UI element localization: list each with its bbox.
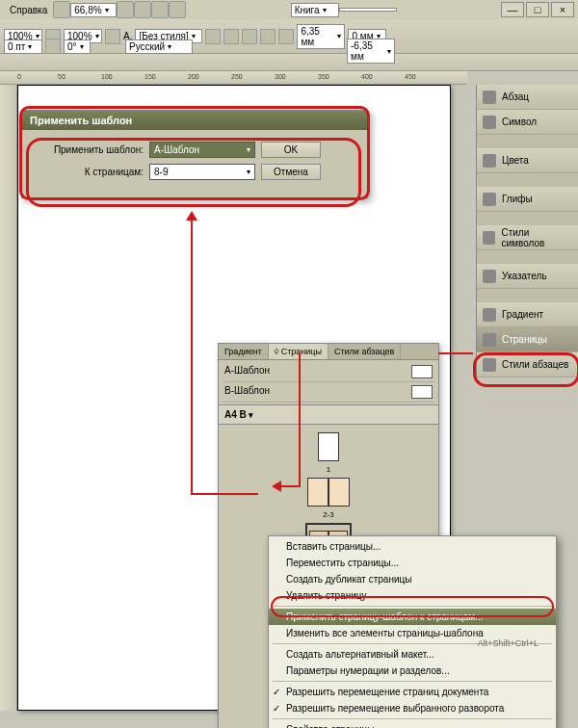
bridge-icon[interactable]	[53, 1, 70, 18]
cm-page-props[interactable]: Свойства страницы▸	[269, 721, 556, 728]
pages-icon	[483, 333, 496, 347]
lang-select[interactable]: Русский	[125, 39, 193, 54]
align-icon[interactable]	[260, 29, 276, 44]
cm-allow-move-spread[interactable]: Разрешить перемещение выбранного разворо…	[269, 700, 556, 716]
para-styles-icon	[483, 358, 496, 372]
cancel-button[interactable]: Отмена	[261, 164, 321, 180]
close-button[interactable]: ×	[551, 2, 574, 17]
to-pages-label: К страницам:	[32, 167, 144, 177]
align-icon[interactable]	[223, 29, 239, 44]
panel-gradient[interactable]: Градиент	[477, 302, 578, 327]
control-bar: 100% 100% A. [Без стиля] 6,35 мм 0 мм 0 …	[0, 19, 578, 54]
minimize-button[interactable]: —	[501, 2, 524, 17]
masters-section: А-Шаблон В-Шаблон	[219, 360, 438, 404]
paragraph-icon	[483, 91, 496, 104]
tab-gradient[interactable]: Градиент	[219, 344, 269, 359]
character-icon	[483, 116, 496, 129]
tool-icon[interactable]	[151, 1, 169, 18]
cm-insert[interactable]: Вставить страницы...	[269, 538, 556, 555]
right-dock: Абзац Символ Цвета Глифы Стили символов …	[476, 85, 578, 377]
icon[interactable]	[45, 39, 61, 54]
tab-pages[interactable]: ◊ Страницы	[269, 344, 328, 359]
vertical-ruler	[0, 85, 17, 711]
workspace: 0 50 100 150 200 250 300 350 400 450 Абз…	[0, 71, 578, 716]
ok-button[interactable]: OK	[261, 142, 321, 158]
panel-pointer[interactable]: Указатель	[477, 264, 578, 289]
doc-name[interactable]: Книга	[291, 3, 339, 17]
panel-pages[interactable]: Страницы	[477, 327, 578, 352]
cm-apply-master[interactable]: Применить страницу-шаблон к страницам...	[269, 609, 556, 625]
page-size[interactable]: A4 В ▾	[219, 404, 438, 425]
maximize-button[interactable]: □	[526, 2, 549, 17]
template-select[interactable]: А-Шаблон	[149, 142, 255, 158]
measure-b[interactable]: -6,35 мм	[347, 39, 395, 64]
dialog-title: Применить шаблон	[22, 111, 367, 130]
search-field[interactable]	[339, 8, 397, 12]
gradient-icon	[483, 308, 496, 322]
panel-glyphs[interactable]: Глифы	[477, 187, 578, 212]
swatches-icon	[483, 154, 496, 168]
panel-colors[interactable]: Цвета	[477, 148, 578, 173]
tool-icon[interactable]	[169, 1, 186, 18]
master-b[interactable]: В-Шаблон	[223, 382, 434, 403]
panel-paragraph[interactable]: Абзац	[477, 85, 578, 110]
measure-a[interactable]: 6,35 мм	[297, 24, 345, 49]
pages-context-menu: Вставить страницы... Переместить страниц…	[268, 535, 557, 728]
pt-field[interactable]: 0 пт	[4, 39, 42, 54]
apply-label: Применить шаблон:	[32, 144, 144, 155]
indent-icon[interactable]	[278, 29, 294, 44]
master-a[interactable]: А-Шаблон	[223, 362, 434, 382]
align-icon[interactable]	[242, 29, 257, 44]
menu-help[interactable]: Справка	[4, 3, 53, 17]
cm-num-sections[interactable]: Параметры нумерации и разделов...	[269, 663, 556, 679]
cm-delete[interactable]: Удалить страницу	[269, 587, 556, 604]
tool-icon[interactable]	[134, 1, 151, 18]
char-styles-icon	[483, 231, 495, 245]
rot-field[interactable]: 0°	[64, 39, 91, 54]
titlebar: Справка 66,8% Книга — □ ×	[0, 0, 578, 19]
cm-allow-move-doc[interactable]: Разрешить перемещение страниц документа	[269, 684, 556, 700]
page-thumb[interactable]	[318, 432, 339, 461]
cm-move[interactable]: Переместить страницы...	[269, 555, 556, 571]
cm-duplicate[interactable]: Создать дубликат страницы	[269, 571, 556, 587]
tab-para-styles[interactable]: Стили абзацев	[328, 344, 401, 359]
to-pages-field[interactable]: 8-9	[149, 164, 255, 180]
index-icon	[483, 270, 496, 283]
horizontal-ruler: 0 50 100 150 200 250 300 350 400 450	[0, 71, 467, 85]
tool-icon[interactable]	[117, 1, 134, 18]
zoom-main[interactable]: 66,8%	[70, 3, 117, 17]
panel-symbol[interactable]: Символ	[477, 110, 578, 135]
panel-para-styles[interactable]: Стили абзацев	[477, 352, 578, 377]
align-icon[interactable]	[205, 29, 221, 44]
cm-change-all[interactable]: Изменить все элементы страницы-шаблонаAl…	[269, 625, 556, 641]
apply-master-dialog: Применить шаблон Применить шаблон: А-Шаб…	[21, 110, 368, 198]
cm-alt-layout[interactable]: Создать альтернативный макет...	[269, 646, 556, 663]
panel-char-styles[interactable]: Стили символов	[477, 225, 578, 250]
glyphs-icon	[483, 193, 496, 206]
